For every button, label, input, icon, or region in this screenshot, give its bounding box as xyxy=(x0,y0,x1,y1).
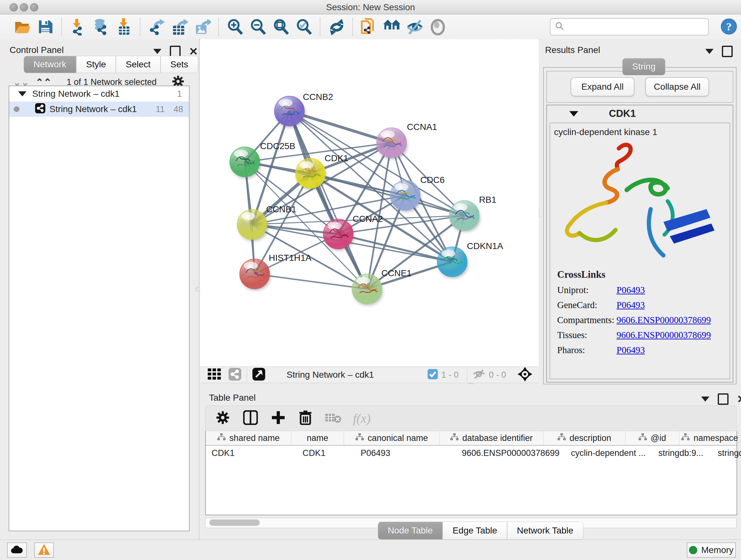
expand-all-button[interactable]: Expand All xyxy=(570,77,634,97)
crosslink-link[interactable]: P06493 xyxy=(616,300,645,310)
import-table-icon[interactable] xyxy=(115,17,133,36)
panel-collapse-icon[interactable] xyxy=(701,396,710,401)
node-CDK1[interactable]: CDK1 xyxy=(295,153,348,190)
cell-canonical-name[interactable]: P06493 xyxy=(355,446,456,460)
cell-@id[interactable]: stringdb:9... xyxy=(653,446,712,460)
network-view[interactable]: CCNB2 CCNA1 CDC25B CDK1 CDC6 RB1 CCNB1 xyxy=(200,39,539,367)
column-type-icon xyxy=(217,433,226,443)
table-toolbar: f(x) xyxy=(205,406,737,431)
crosslink-link[interactable]: P06493 xyxy=(616,345,645,355)
table-panel: Table Panel ✕ f(x) shared na xyxy=(200,384,741,540)
export-image-icon[interactable] xyxy=(193,17,212,36)
save-session-icon[interactable] xyxy=(36,17,55,36)
column-header-shared-name[interactable]: shared name xyxy=(206,431,291,445)
import-network-file-icon[interactable] xyxy=(69,17,87,36)
table-options-gear-icon[interactable] xyxy=(216,411,230,426)
help-icon[interactable]: ? xyxy=(721,18,737,36)
zoom-in-icon[interactable] xyxy=(226,17,244,36)
panel-float-icon[interactable] xyxy=(170,46,181,57)
panel-collapse-icon[interactable] xyxy=(153,49,161,54)
panel-close-icon[interactable]: ✕ xyxy=(737,395,741,403)
import-network-database-icon[interactable] xyxy=(91,17,110,36)
section-collapse-icon[interactable] xyxy=(569,111,578,117)
cell-shared-name[interactable]: CDK1 xyxy=(206,446,297,460)
first-neighbors-icon[interactable] xyxy=(360,17,378,36)
zoom-fit-icon[interactable] xyxy=(272,17,290,36)
network-type-icon xyxy=(35,103,46,116)
panel-float-icon[interactable] xyxy=(718,393,729,405)
network-row[interactable]: String Network – cdk1 11 48 xyxy=(9,102,189,117)
cloud-status-button[interactable] xyxy=(7,543,27,558)
column-header-canonical-name[interactable]: canonical name xyxy=(344,431,440,445)
cell-description[interactable]: cyclin-dependent ... xyxy=(565,446,653,460)
add-column-icon[interactable] xyxy=(271,411,285,426)
tree-expand-icon[interactable] xyxy=(18,91,26,97)
node-CDKN1A[interactable]: CDKN1A xyxy=(437,241,503,278)
export-table-icon[interactable] xyxy=(170,17,189,36)
graphics-details-icon[interactable] xyxy=(428,17,447,36)
network-overview-icon[interactable] xyxy=(228,368,242,382)
delete-table-icon xyxy=(325,412,341,424)
edge-HIST1H1A-CCNE1[interactable] xyxy=(255,274,367,289)
tab-string[interactable]: String xyxy=(622,58,665,75)
crosslink-link[interactable]: 9606.ENSP00000378699 xyxy=(616,330,711,340)
selected-checkbox-icon[interactable] xyxy=(427,369,438,381)
splitter-handle[interactable] xyxy=(195,287,200,292)
node-HIST1H1A[interactable]: HIST1H1A xyxy=(240,253,312,291)
column-header-name[interactable]: name xyxy=(291,431,344,445)
scrollbar-thumb[interactable] xyxy=(209,519,260,526)
panel-float-icon[interactable] xyxy=(722,46,733,57)
crosslink-link[interactable]: 9606.ENSP00000378699 xyxy=(616,315,711,325)
crosslink-link[interactable]: P06493 xyxy=(616,285,645,295)
warning-status-button[interactable] xyxy=(34,543,54,558)
expand-collapse-box: Expand All Collapse All xyxy=(546,71,733,103)
show-columns-icon[interactable] xyxy=(243,410,258,426)
birdseye-toggle-icon[interactable] xyxy=(518,367,532,383)
network-collection-row[interactable]: String Network – cdk1 1 xyxy=(9,86,189,102)
column-header-@id[interactable]: @id xyxy=(625,431,679,445)
show-all-icon[interactable] xyxy=(383,17,401,36)
tab-network-table[interactable]: Network Table xyxy=(507,522,583,540)
crosslink-row: Compartments:9606.ENSP00000378699 xyxy=(557,315,730,325)
column-header-database-identifier[interactable]: database identifier xyxy=(440,431,543,445)
network-list: String Network – cdk1 1 String Network –… xyxy=(9,85,190,531)
node-CCNA1[interactable]: CCNA1 xyxy=(377,122,437,159)
warning-icon xyxy=(38,544,51,557)
gene-section: CDK1 cyclin-dependent kinase 1 CrossLink… xyxy=(546,105,733,382)
memory-button[interactable]: Memory xyxy=(687,543,736,558)
gene-section-header[interactable]: CDK1 xyxy=(547,105,733,122)
zoom-selected-icon[interactable] xyxy=(294,17,313,36)
column-type-icon xyxy=(638,433,647,443)
panel-collapse-icon[interactable] xyxy=(705,49,714,54)
column-header-description[interactable]: description xyxy=(543,431,625,445)
hide-selected-icon[interactable] xyxy=(406,17,424,36)
table-header-row: shared namenamecanonical namedatabase id… xyxy=(206,431,737,446)
tab-network[interactable]: Network xyxy=(23,56,76,73)
tab-style[interactable]: Style xyxy=(76,56,116,73)
open-session-icon[interactable] xyxy=(13,17,31,36)
collection-count: 1 xyxy=(177,89,182,99)
tab-sets[interactable]: Sets xyxy=(160,56,198,73)
search-input[interactable] xyxy=(568,22,708,32)
tab-node-table[interactable]: Node Table xyxy=(378,522,443,540)
table-row[interactable]: CDK1CDK1P064939606.ENSP00000378699cyclin… xyxy=(206,446,737,460)
collapse-all-button[interactable]: Collapse All xyxy=(645,77,709,97)
tab-edge-table[interactable]: Edge Table xyxy=(443,522,507,540)
zoom-out-icon[interactable] xyxy=(249,17,267,36)
cell-database-identifier[interactable]: 9606.ENSP00000378699 xyxy=(456,446,565,460)
toolbar-separator xyxy=(140,18,140,36)
column-header-namespace[interactable]: namespace xyxy=(679,431,740,445)
cell-name[interactable]: CDK1 xyxy=(297,446,355,460)
delete-column-icon[interactable] xyxy=(299,410,312,426)
birdseye-grid-icon[interactable] xyxy=(208,368,222,381)
crosslink-label: GeneCard: xyxy=(557,300,616,310)
results-panel-title: Results Panel xyxy=(545,45,600,55)
tab-select[interactable]: Select xyxy=(116,56,160,73)
export-view-icon[interactable] xyxy=(252,368,266,382)
cell-namespace[interactable]: stringdb xyxy=(712,446,741,460)
refresh-icon[interactable] xyxy=(327,17,346,36)
panel-close-icon[interactable]: ✕ xyxy=(189,47,198,56)
collection-name: String Network – cdk1 xyxy=(32,89,120,99)
node-RB1[interactable]: RB1 xyxy=(449,195,496,232)
export-network-icon[interactable] xyxy=(147,17,165,36)
